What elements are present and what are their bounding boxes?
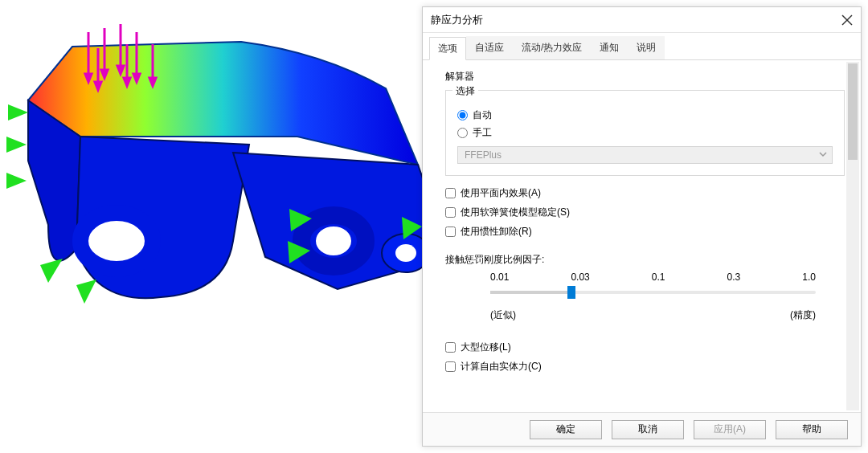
solver-group-title: 解算器: [445, 70, 845, 84]
select-group: 选择 自动 手工 FFEPlus: [445, 90, 845, 176]
radio-manual-label: 手工: [473, 126, 492, 140]
penalty-slider-section: 接触惩罚刚度比例因子: 0.01 0.03 0.1 0.3 1.0 (近似) (…: [445, 253, 845, 322]
tick-4: 1.0: [802, 271, 816, 283]
check-planar-label: 使用平面内效果(A): [461, 186, 541, 200]
svg-point-2: [94, 223, 139, 259]
check-free-body[interactable]: [445, 361, 456, 372]
cancel-button[interactable]: 取消: [612, 420, 684, 439]
solver-combo[interactable]: FFEPlus: [457, 146, 833, 164]
slider-track-wrap[interactable]: [490, 284, 816, 302]
slider-track: [490, 291, 816, 294]
tab-notify[interactable]: 通知: [591, 36, 628, 59]
check-free-body-row[interactable]: 计算自由实体力(C): [445, 357, 845, 375]
slider-thumb[interactable]: [567, 286, 575, 299]
check-large-disp-label: 大型位移(L): [461, 341, 511, 354]
tab-strip: 选项 自适应 流动/热力效应 通知 说明: [423, 33, 861, 60]
radio-manual[interactable]: [457, 128, 468, 138]
svg-marker-21: [8, 104, 28, 120]
scroll-thumb[interactable]: [848, 63, 858, 160]
slider-left-label: (近似): [490, 308, 516, 322]
svg-marker-22: [6, 137, 27, 153]
static-analysis-dialog: 静应力分析 选项 自适应 流动/热力效应 通知 说明 解算器 选择 自动: [422, 6, 862, 447]
checks-group-1: 使用平面内效果(A) 使用软弹簧使模型稳定(S) 使用惯性卸除(R): [445, 184, 845, 240]
dialog-body: 解算器 选择 自动 手工 FFEPlus: [423, 60, 861, 412]
vertical-scrollbar[interactable]: [846, 62, 859, 410]
slider-ticks: 0.01 0.03 0.1 0.3 1.0: [445, 271, 845, 283]
close-icon[interactable]: [841, 14, 853, 26]
radio-auto-row[interactable]: 自动: [457, 106, 833, 124]
ok-button[interactable]: 确定: [530, 420, 602, 439]
select-group-label: 选择: [452, 84, 478, 98]
check-large-disp-row[interactable]: 大型位移(L): [445, 338, 845, 356]
svg-point-4: [316, 226, 351, 255]
slider-right-label: (精度): [790, 308, 816, 322]
check-planar[interactable]: [445, 188, 456, 198]
slider-label: 接触惩罚刚度比例因子:: [445, 253, 845, 267]
tab-desc[interactable]: 说明: [628, 36, 665, 59]
tick-0: 0.01: [490, 271, 509, 283]
svg-marker-23: [6, 173, 27, 189]
tab-adaptive[interactable]: 自适应: [466, 36, 513, 59]
check-softspring-label: 使用软弹簧使模型稳定(S): [461, 206, 570, 219]
radio-manual-row[interactable]: 手工: [457, 124, 833, 141]
slider-ends: (近似) (精度): [445, 308, 845, 322]
dialog-titlebar[interactable]: 静应力分析: [423, 7, 861, 33]
tab-options[interactable]: 选项: [429, 37, 466, 60]
svg-point-6: [395, 244, 416, 262]
checks-group-2: 大型位移(L) 计算自由实体力(C): [445, 338, 845, 375]
solver-combo-value: FFEPlus: [465, 149, 502, 161]
check-softspring[interactable]: [445, 207, 456, 218]
radio-auto-label: 自动: [473, 108, 492, 122]
svg-marker-25: [76, 280, 96, 304]
check-softspring-row[interactable]: 使用软弹簧使模型稳定(S): [445, 203, 845, 221]
check-planar-row[interactable]: 使用平面内效果(A): [445, 184, 845, 202]
radio-auto[interactable]: [457, 110, 468, 120]
tick-2: 0.1: [652, 271, 665, 283]
help-button[interactable]: 帮助: [776, 420, 848, 439]
chevron-down-icon: [819, 150, 827, 158]
tab-flow-thermal[interactable]: 流动/热力效应: [513, 36, 591, 59]
check-large-disp[interactable]: [445, 342, 456, 353]
apply-button[interactable]: 应用(A): [694, 420, 766, 439]
dialog-title: 静应力分析: [431, 13, 841, 27]
slider-fill: [490, 291, 571, 294]
dialog-footer: 确定 取消 应用(A) 帮助: [423, 412, 861, 446]
check-inertial-row[interactable]: 使用惯性卸除(R): [445, 222, 845, 240]
check-inertial[interactable]: [445, 226, 456, 237]
tick-1: 0.03: [571, 271, 589, 283]
svg-marker-24: [40, 259, 63, 283]
check-inertial-label: 使用惯性卸除(R): [461, 225, 532, 239]
check-free-body-label: 计算自由实体力(C): [461, 360, 542, 373]
tick-3: 0.3: [727, 271, 741, 283]
